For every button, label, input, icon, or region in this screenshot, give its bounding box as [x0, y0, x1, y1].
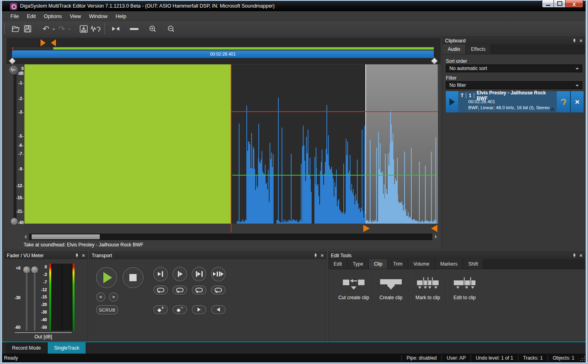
scroll-right-arrow[interactable]	[435, 235, 437, 239]
menu-options[interactable]: Options	[40, 12, 66, 20]
clip-remove-button[interactable]: ×	[570, 91, 584, 112]
play-around-cursor-button[interactable]	[211, 266, 226, 282]
tab-record-mode[interactable]: Record Mode	[6, 342, 48, 354]
loop-play-button-2[interactable]	[172, 285, 187, 295]
resize-grip[interactable]	[580, 355, 586, 361]
clipboard-header[interactable]: Clipboard ×	[443, 37, 585, 44]
fader-track-left[interactable]	[25, 269, 28, 331]
play-in-to-out-button[interactable]	[191, 266, 207, 282]
clip-info[interactable]: T 1 Elvis Presley - Jailhouse Rock BWF 0…	[458, 91, 557, 112]
remove-marker-button[interactable]: ◆−	[172, 305, 187, 314]
tab-trim[interactable]: Trim	[388, 259, 408, 269]
open-file-button[interactable]	[10, 23, 22, 34]
overview-right-handle[interactable]	[431, 57, 438, 64]
import-take-button[interactable]	[78, 23, 90, 34]
tab-shift[interactable]: Shift	[463, 259, 483, 269]
fader-panel-header[interactable]: Fader / VU Meter ×	[4, 252, 87, 259]
close-panel-icon[interactable]: ×	[579, 38, 582, 43]
filter-label: Filter	[446, 75, 457, 81]
loop-play-button-1[interactable]	[153, 285, 168, 295]
tab-effects[interactable]: Effects	[466, 44, 491, 54]
undo-dropdown-caret[interactable]	[52, 29, 55, 31]
toolbar-grip[interactable]	[104, 24, 107, 34]
prelisten-button[interactable]	[90, 23, 102, 34]
sort-order-dropdown[interactable]: No automatic sort	[446, 64, 582, 72]
pin-icon[interactable]	[314, 253, 317, 258]
previous-marker-button[interactable]	[211, 305, 226, 314]
redo-button[interactable]: ↷	[56, 23, 68, 34]
tab-edit[interactable]: Edit	[328, 259, 348, 269]
create-clip-button[interactable]: Create clip	[373, 276, 409, 300]
mark-to-clip-button[interactable]: Mark to clip	[410, 276, 445, 300]
clipboard-clip-item[interactable]: T 1 Elvis Presley - Jailhouse Rock BWF 0…	[446, 91, 584, 112]
scrollbar-thumb[interactable]	[32, 234, 100, 239]
loop-play-button-3[interactable]	[191, 285, 207, 295]
tab-volume[interactable]: Volume	[408, 259, 435, 269]
next-marker-button[interactable]	[191, 305, 207, 314]
rewind-button[interactable]: «	[96, 292, 106, 302]
play-from-in-button[interactable]	[172, 266, 187, 282]
play-button[interactable]	[96, 267, 117, 288]
zoom-out-button[interactable]	[165, 23, 177, 34]
prelisten-wave-ear-icon	[91, 25, 101, 32]
edit-to-clip-button[interactable]: Edit to clip	[447, 276, 482, 300]
close-panel-icon[interactable]: ×	[320, 253, 324, 258]
edit-tools-header[interactable]: Edit Tools ×	[328, 252, 585, 259]
open-folder-icon	[12, 26, 20, 32]
scrub-button[interactable]: SCRUB	[96, 305, 119, 315]
edit-in-marker[interactable]	[40, 39, 46, 46]
forward-button[interactable]: »	[109, 292, 119, 302]
close-panel-icon[interactable]: ×	[82, 253, 85, 258]
undo-button[interactable]: ↶	[40, 23, 52, 34]
clip-prelisten-button[interactable]	[557, 91, 570, 112]
cut-create-clip-button[interactable]: Cut create clip	[336, 276, 371, 300]
menu-help[interactable]: Help	[111, 12, 130, 20]
menu-file[interactable]: File	[6, 12, 23, 20]
toolbar-grip[interactable]	[4, 24, 6, 34]
collapse-chevrons-icon[interactable]	[550, 108, 555, 112]
close-button[interactable]: x	[566, 0, 583, 8]
overview-strip[interactable]: 00:02:28.401	[6, 38, 441, 64]
edit-out-marker[interactable]	[51, 39, 56, 46]
title-bar[interactable]: DigaSystem MultiTrack Editor Version 7.1…	[1, 1, 587, 11]
close-panel-icon[interactable]: ×	[579, 253, 582, 258]
save-button[interactable]	[22, 23, 34, 34]
zoom-out-icon	[167, 25, 175, 33]
redo-dropdown-caret[interactable]	[68, 29, 70, 31]
overview-duration-bar[interactable]: 00:02:28.401	[12, 50, 434, 58]
add-marker-button[interactable]: ◆+	[153, 305, 168, 314]
menu-edit[interactable]: Edit	[23, 12, 40, 20]
tab-type[interactable]: Type	[348, 259, 369, 269]
zoom-in-button[interactable]	[147, 23, 159, 34]
stop-button[interactable]	[122, 267, 144, 288]
pin-icon[interactable]	[573, 38, 576, 43]
menu-view[interactable]: View	[66, 12, 85, 20]
restore-button[interactable]	[554, 0, 566, 8]
filter-dropdown[interactable]: No filter	[446, 81, 582, 89]
ear-icon	[560, 98, 567, 106]
remove-button[interactable]	[128, 23, 140, 34]
tab-clip[interactable]: Clip	[369, 259, 388, 269]
overview-left-handle[interactable]	[8, 57, 16, 64]
fader-track-right[interactable]	[33, 269, 36, 331]
scrollbar-track[interactable]	[29, 234, 432, 240]
pin-icon[interactable]	[75, 253, 79, 258]
tab-singletrack[interactable]: SingleTrack	[48, 342, 86, 354]
minimize-button[interactable]	[542, 0, 554, 8]
waveform-display[interactable]	[24, 64, 438, 232]
waveform-zoom-slider-knob[interactable]	[10, 218, 18, 225]
waveform-zoom-slider[interactable]	[14, 75, 16, 219]
fader-knob-left[interactable]	[23, 266, 30, 274]
scroll-left-arrow[interactable]	[24, 235, 26, 239]
tab-audio[interactable]: Audio	[443, 44, 466, 54]
play-to-in-button[interactable]	[153, 266, 168, 282]
loop-play-button-4[interactable]	[211, 285, 226, 295]
clip-track-flag: T	[461, 93, 463, 98]
pin-icon[interactable]	[573, 253, 576, 258]
go-to-marker-button[interactable]	[110, 23, 122, 34]
clip-play-button[interactable]	[446, 91, 458, 112]
menu-window[interactable]: Window	[85, 12, 111, 20]
app-icon[interactable]	[10, 2, 18, 10]
transport-header[interactable]: Transport ×	[89, 252, 326, 259]
tab-markers[interactable]: Markers	[435, 259, 463, 269]
